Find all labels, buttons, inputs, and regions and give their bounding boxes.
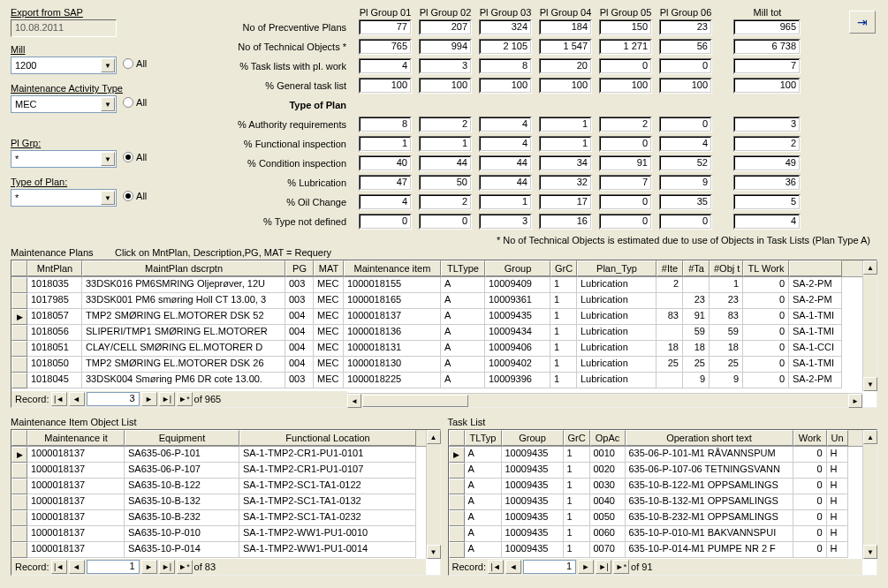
- column-header[interactable]: Maintenance it: [27, 430, 125, 446]
- row-selector[interactable]: ▶: [11, 309, 27, 325]
- objlist-grid[interactable]: Maintenance itEquipmentFunctional Locati…: [11, 429, 441, 576]
- row-selector[interactable]: [11, 293, 27, 309]
- column-header[interactable]: OpAc: [590, 430, 626, 446]
- column-header[interactable]: GrC: [550, 260, 577, 276]
- row-selector[interactable]: ▶: [11, 447, 27, 463]
- row-selector[interactable]: [11, 479, 27, 494]
- scrollbar-vertical[interactable]: ▲ ▼: [862, 260, 877, 391]
- column-header[interactable]: Equipment: [125, 430, 239, 446]
- table-row[interactable]: A1000943510030635-10-B-122-M1 OPPSAMLING…: [449, 479, 877, 494]
- column-header[interactable]: #Obj t: [710, 260, 743, 276]
- table-row[interactable]: ▶1018057TMP2 SMØRING EL.MOTORER DSK 5200…: [11, 309, 877, 325]
- row-selector-header[interactable]: [449, 430, 465, 446]
- row-selector[interactable]: [11, 542, 27, 558]
- table-row[interactable]: ▶A1000943510010635-06-P-101-M1 RÅVANNSPU…: [449, 447, 877, 463]
- plans-grid[interactable]: MntPlanMaintPlan dscrptnPGMATMaintenance…: [11, 260, 877, 408]
- column-header[interactable]: PG: [285, 260, 314, 276]
- table-row[interactable]: 101798533DSK001 PM6 smøring Holl CT 13.0…: [11, 293, 877, 309]
- table-row[interactable]: 1000018137SA635-10-B-232SA-1-TMP2-SC1-TA…: [11, 510, 440, 526]
- column-header[interactable]: Maintenance item: [344, 260, 441, 276]
- plantype-all-radio[interactable]: All: [123, 191, 147, 201]
- mat-combo[interactable]: MEC ▼: [11, 95, 117, 113]
- table-row[interactable]: 1000018137SA635-10-B-132SA-1-TMP2-SC1-TA…: [11, 494, 440, 510]
- nav-first[interactable]: |◄: [51, 560, 67, 574]
- column-header[interactable]: Group: [485, 260, 550, 276]
- plgrp-combo[interactable]: * ▼: [11, 150, 117, 168]
- column-header[interactable]: MntPlan: [27, 260, 82, 276]
- table-row[interactable]: 1018051CLAY/CELL SMØRING EL.MOTORER D004…: [11, 341, 877, 357]
- nav-new[interactable]: ►*: [177, 392, 193, 406]
- table-row[interactable]: 1000018137SA635-10-P-014SA-1-TMP2-WW1-PU…: [11, 542, 440, 558]
- scroll-thumb[interactable]: [362, 395, 468, 407]
- column-header[interactable]: Operation short text: [626, 430, 793, 446]
- column-header[interactable]: TL Work: [743, 260, 789, 276]
- scrollbar-horizontal[interactable]: ◄ ►: [347, 393, 862, 407]
- table-row[interactable]: A1000943510040635-10-B-132-M1 OPPSAMLING…: [449, 494, 877, 510]
- table-row[interactable]: A1000943510050635-10-B-232-M1 OPPSAMLING…: [449, 510, 877, 526]
- table-row[interactable]: 1000018137SA635-10-P-010SA-1-TMP2-WW1-PU…: [11, 526, 440, 542]
- table-row[interactable]: 1000018137SA635-06-P-107SA-1-TMP2-CR1-PU…: [11, 463, 440, 479]
- plantype-combo[interactable]: * ▼: [11, 189, 117, 207]
- tasklist-grid[interactable]: TLTypGroupGrCOpAcOperation short textWor…: [448, 429, 878, 576]
- nav-new[interactable]: ►*: [613, 560, 629, 574]
- nav-next[interactable]: ►: [141, 560, 157, 574]
- scroll-right-icon[interactable]: ►: [848, 394, 862, 408]
- table-row[interactable]: 1000018137SA635-10-B-122SA-1-TMP2-SC1-TA…: [11, 479, 440, 494]
- chevron-down-icon[interactable]: ▼: [101, 97, 115, 111]
- row-selector[interactable]: [449, 526, 465, 542]
- scroll-left-icon[interactable]: ◄: [347, 394, 361, 408]
- column-header[interactable]: MaintPlan dscrptn: [82, 260, 285, 276]
- nav-next[interactable]: ►: [578, 560, 594, 574]
- mat-all-radio[interactable]: All: [123, 97, 147, 108]
- nav-last[interactable]: ►|: [596, 560, 611, 574]
- scroll-down-icon[interactable]: ▼: [863, 545, 877, 559]
- scroll-up-icon[interactable]: ▲: [863, 430, 877, 444]
- column-header[interactable]: Plan_Typ: [577, 260, 657, 276]
- row-selector[interactable]: [11, 277, 27, 293]
- column-header[interactable]: TLType: [441, 260, 485, 276]
- column-header[interactable]: Work: [793, 430, 827, 446]
- nav-prev[interactable]: ◄: [69, 560, 85, 574]
- scroll-down-icon[interactable]: ▼: [863, 377, 877, 391]
- row-selector[interactable]: [449, 542, 465, 558]
- plgrp-all-radio[interactable]: All: [123, 152, 147, 162]
- column-header[interactable]: #Ta: [683, 260, 710, 276]
- row-selector[interactable]: [11, 463, 27, 479]
- scroll-up-icon[interactable]: ▲: [427, 430, 441, 444]
- column-header[interactable]: Functional Location: [239, 430, 416, 446]
- column-header[interactable]: Group: [502, 430, 564, 446]
- row-selector[interactable]: [11, 373, 27, 388]
- scrollbar-vertical[interactable]: ▲ ▼: [862, 430, 877, 559]
- nav-next[interactable]: ►: [141, 392, 157, 406]
- chevron-down-icon[interactable]: ▼: [101, 191, 115, 205]
- column-header[interactable]: TLTyp: [465, 430, 502, 446]
- row-selector-header[interactable]: [11, 430, 27, 446]
- row-selector[interactable]: ▶: [449, 447, 465, 463]
- row-selector[interactable]: [449, 479, 465, 494]
- table-row[interactable]: A1000943510060635-10-P-010-M1 BAKVANNSPU…: [449, 526, 877, 542]
- record-position[interactable]: 3: [87, 392, 140, 406]
- chevron-down-icon[interactable]: ▼: [101, 152, 115, 166]
- mill-all-radio[interactable]: All: [123, 58, 147, 69]
- nav-first[interactable]: |◄: [51, 392, 67, 406]
- record-position[interactable]: 1: [87, 560, 140, 574]
- nav-last[interactable]: ►|: [159, 392, 175, 406]
- column-header[interactable]: [789, 260, 842, 276]
- scroll-up-icon[interactable]: ▲: [863, 260, 877, 275]
- nav-new[interactable]: ►*: [177, 560, 193, 574]
- row-selector[interactable]: [11, 510, 27, 526]
- scroll-down-icon[interactable]: ▼: [427, 545, 441, 559]
- row-selector[interactable]: [11, 526, 27, 542]
- mill-combo[interactable]: 1200 ▼: [11, 57, 117, 74]
- table-row[interactable]: ▶1000018137SA635-06-P-101SA-1-TMP2-CR1-P…: [11, 447, 440, 463]
- table-row[interactable]: 1018050TMP2 SMØRING EL.MOTORER DSK 26004…: [11, 357, 877, 373]
- exit-button[interactable]: ⇥: [849, 11, 876, 34]
- table-row[interactable]: 1018056SLIPERI/TMP1 SMØRING EL.MOTORER00…: [11, 325, 877, 341]
- row-selector[interactable]: [449, 494, 465, 510]
- record-position[interactable]: 1: [523, 560, 576, 574]
- column-header[interactable]: GrC: [564, 430, 590, 446]
- table-row[interactable]: 101803533DSK016 PM6SMRING Oljeprøver, 12…: [11, 277, 877, 293]
- row-selector[interactable]: [449, 510, 465, 526]
- row-selector[interactable]: [11, 325, 27, 341]
- column-header[interactable]: #Ite: [657, 260, 683, 276]
